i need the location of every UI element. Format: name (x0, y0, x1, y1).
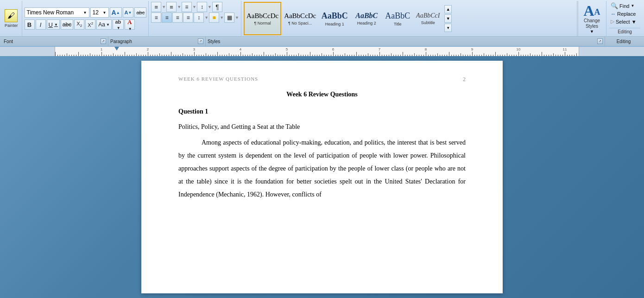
find-dropdown-arrow[interactable]: ▼ (631, 4, 634, 8)
italic-button[interactable]: I (36, 19, 46, 30)
shading-button[interactable]: ■ (209, 13, 219, 23)
font-aa-button[interactable]: Aa ▼ (96, 19, 112, 30)
style-title[interactable]: AaBbC Title (383, 2, 412, 35)
font-size-value: 12 (93, 9, 102, 16)
font-family-value: Times New Roman (27, 9, 82, 16)
font-group-label-cell: Font ↗ (2, 37, 108, 46)
styles-scroll-down-button[interactable]: ▼ (444, 14, 452, 23)
select-button[interactable]: ▷ Select ▼ (609, 18, 640, 25)
line-spacing-button[interactable]: ↕ (194, 13, 204, 23)
document-body: Among aspects of educational policy-maki… (178, 136, 466, 201)
font-family-dropdown-arrow: ▼ (83, 11, 87, 15)
editing-group-label-cell: Editing (605, 37, 642, 46)
ribbon-toolbar: 🖌 Painter Times New Roman ▼ 12 ▼ (0, 0, 644, 37)
outline-list-button[interactable]: ≡ (182, 2, 192, 12)
strikethrough-label: abc (63, 21, 71, 28)
styles-more-button[interactable]: ▾ (444, 24, 452, 32)
ruler-indent-marker[interactable] (114, 47, 119, 51)
subscript-button[interactable]: X2 (74, 19, 84, 30)
body-paragraph: Among aspects of educational policy-maki… (178, 136, 466, 201)
shading-dropdown-arrow[interactable]: ▼ (220, 15, 224, 20)
sort-dropdown-arrow[interactable]: ▼ (208, 5, 212, 9)
style-heading1[interactable]: AaBbC Heading 1 (319, 2, 350, 35)
style-no-spacing[interactable]: AaBbCcDc ¶ No Spaci... (282, 2, 318, 35)
style-subtitle[interactable]: AaBbCcI Subtitle (413, 2, 443, 35)
number-list-button[interactable]: ≡ (166, 2, 177, 12)
borders-dropdown-arrow[interactable]: ▼ (235, 15, 239, 20)
paragraph-group-expander[interactable]: ↗ (198, 38, 203, 44)
clear-format-icon: abc (136, 10, 145, 15)
shrink-font-button[interactable]: A▼ (123, 7, 134, 18)
justify-button[interactable]: ≡ (183, 13, 193, 23)
paragraph-group: ≡ ▼ ≡ ▼ ≡ ▼ ↕ ▼ ¶ ≡ ≡ ≡ ≡ ↕ ▼ (149, 1, 241, 36)
sort-button[interactable]: ↕ (197, 2, 207, 12)
paragraph-group-label-text: Paragraph (110, 39, 132, 44)
style-normal-preview: AaBbCcDc (246, 12, 278, 20)
bold-button[interactable]: B (25, 19, 35, 30)
styles-scroll-up-button[interactable]: ▲ (444, 5, 452, 13)
superscript-label: X2 (88, 21, 93, 28)
paragraph-group-label-cell: Paragraph ↗ (108, 37, 206, 46)
painter-label: Painter (5, 23, 18, 28)
replace-label: Replace (617, 11, 636, 17)
clear-formatting-button[interactable]: abc (134, 7, 146, 18)
change-styles-big-a: A (583, 3, 594, 18)
replace-button[interactable]: ↔ Replace (609, 11, 640, 17)
font-color-dropdown-arrow: ▼ (128, 27, 132, 31)
underline-dropdown-arrow: ▼ (54, 23, 58, 27)
editing-section: 🔍 Find ▼ ↔ Replace ▷ Select ▼ Editing (606, 1, 643, 36)
styles-group-label-text: Styles (208, 39, 220, 44)
style-heading2[interactable]: AaBbC Heading 2 (351, 2, 382, 35)
font-color-icon: A (127, 19, 132, 26)
format-painter-button[interactable]: 🖌 (5, 9, 18, 22)
format-painter-area: 🖌 Painter (1, 1, 22, 36)
font-row2: B I U ▼ abc X2 X2 (25, 19, 147, 30)
underline-button[interactable]: U ▼ (47, 19, 60, 30)
font-group-expander[interactable]: ↗ (101, 38, 106, 44)
change-styles-small-a: A (594, 7, 600, 17)
borders-button[interactable]: ▦ (224, 13, 234, 23)
outline-dropdown-arrow[interactable]: ▼ (192, 5, 196, 9)
align-right-button[interactable]: ≡ (172, 13, 183, 23)
change-styles-label-wrapper: ChangeStyles ▼ (584, 18, 600, 34)
style-normal-label: ¶ Normal (254, 21, 271, 25)
underline-label: U (49, 21, 53, 28)
highlight-icon: ab (115, 19, 121, 25)
font-color-button[interactable]: A ▼ (125, 19, 135, 30)
bullet-dropdown-arrow[interactable]: ▼ (162, 5, 166, 9)
number-dropdown-arrow[interactable]: ▼ (177, 5, 181, 9)
font-size-selector[interactable]: 12 ▼ (90, 7, 109, 18)
editing-content: 🔍 Find ▼ ↔ Replace ▷ Select ▼ (609, 2, 640, 25)
strikethrough-button[interactable]: abc (61, 19, 73, 30)
styles-group: AaBbCcDc ¶ Normal AaBbCcDc ¶ No Spaci...… (242, 1, 577, 36)
show-marks-button[interactable]: ¶ (212, 2, 222, 12)
styles-scroll-buttons: ▲ ▼ ▾ (444, 5, 452, 32)
style-subtitle-preview: AaBbCcI (416, 12, 440, 19)
page-header-title: WEEK 6 REVIEW QUESTIONS (178, 75, 258, 84)
align-center-button[interactable]: ≡ (162, 13, 172, 23)
style-normal[interactable]: AaBbCcDc ¶ Normal (244, 2, 281, 35)
styles-content: AaBbCcDc ¶ Normal AaBbCcDc ¶ No Spaci...… (244, 2, 575, 35)
line-spacing-dropdown-arrow[interactable]: ▼ (204, 15, 208, 20)
find-button[interactable]: 🔍 Find ▼ (609, 2, 640, 10)
font-size-dropdown-arrow: ▼ (103, 11, 107, 15)
font-group: Times New Roman ▼ 12 ▼ A▲ A▼ abc (23, 1, 149, 36)
select-label: Select ▼ (616, 19, 637, 25)
styles-group-label-cell: Styles ↗ (206, 37, 605, 46)
font-group-label-text: Font (4, 39, 13, 44)
superscript-button[interactable]: X2 (85, 19, 95, 30)
highlight-color-button[interactable]: ab ▼ (113, 19, 124, 30)
change-styles-dropdown-arrow[interactable]: ▼ (590, 29, 594, 34)
ribbon-labels-bar: Font ↗ Paragraph ↗ Styles ↗ Editing (0, 37, 644, 46)
change-styles-button[interactable]: A A ChangeStyles ▼ (578, 1, 606, 36)
paint-brush-icon: 🖌 (7, 12, 15, 20)
ruler: 123456789101112 (0, 47, 644, 56)
grow-font-button[interactable]: A▲ (110, 7, 122, 18)
bullet-list-button[interactable]: ≡ (151, 2, 161, 12)
document-center-title: Week 6 Review Questions (178, 89, 466, 100)
align-left-button[interactable]: ≡ (151, 13, 161, 23)
page-header: WEEK 6 REVIEW QUESTIONS 2 (178, 75, 466, 85)
font-family-selector[interactable]: Times New Roman ▼ (25, 7, 89, 18)
ruler-left-margin (0, 47, 55, 56)
styles-group-expander[interactable]: ↗ (597, 38, 603, 44)
